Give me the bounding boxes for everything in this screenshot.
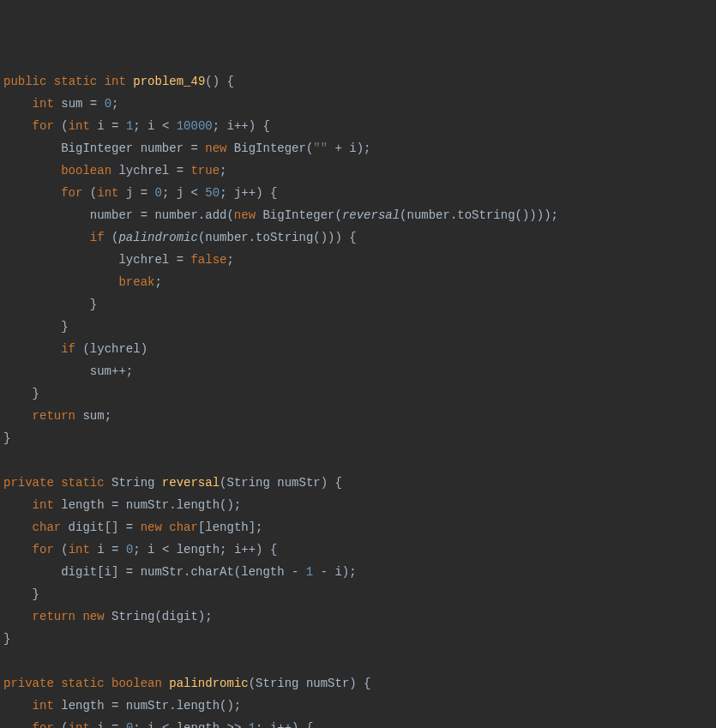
code-line[interactable]: for (int i = 0; i < length; i++) { (3, 538, 716, 561)
token-p: } (3, 320, 69, 334)
code-line[interactable]: private static String reversal(String nu… (3, 472, 716, 494)
code-line[interactable]: BigInteger number = new BigInteger("" + … (3, 137, 716, 159)
code-line[interactable]: public static int problem_49() { (3, 70, 716, 93)
token-num: 1 (249, 721, 256, 728)
code-line[interactable]: } (3, 427, 716, 449)
token-k: if (61, 342, 75, 356)
token-p: BigInteger number = (3, 141, 205, 155)
token-p (3, 119, 33, 133)
token-k: private (3, 677, 54, 690)
token-p (54, 677, 61, 690)
token-p: } (3, 587, 39, 601)
code-line[interactable]: } (3, 628, 716, 650)
token-p: (number.toString()))); (400, 208, 558, 222)
token-p: digit[] = (61, 520, 140, 534)
token-p (3, 498, 33, 512)
token-p (162, 677, 169, 690)
token-k: new (205, 141, 226, 155)
token-p: sum = (54, 97, 105, 111)
code-line[interactable]: private static boolean palindromic(Strin… (3, 672, 716, 695)
token-p: ( (54, 119, 69, 133)
code-line[interactable]: return new String(digit); (3, 605, 716, 628)
code-line[interactable]: return sum; (3, 405, 716, 427)
code-line[interactable]: int length = numStr.length(); (3, 494, 716, 516)
code-line[interactable]: for (int i = 0; i < length >> 1; i++) { (3, 717, 716, 728)
token-p: ; (226, 253, 233, 267)
token-ty: int (69, 119, 90, 133)
token-k: static (61, 677, 104, 690)
token-num: 10000 (177, 119, 213, 133)
code-line[interactable]: int length = numStr.length(); (3, 695, 716, 717)
token-p (3, 721, 33, 728)
token-p: i = (90, 721, 126, 728)
token-p (3, 231, 90, 244)
code-line[interactable]: } (3, 382, 716, 405)
code-line[interactable] (3, 650, 716, 672)
token-p (3, 97, 33, 111)
token-p (46, 75, 53, 88)
token-p (3, 610, 33, 623)
token-p (3, 520, 33, 534)
code-line[interactable]: if (palindromic(number.toString())) { (3, 226, 716, 249)
code-line[interactable]: int sum = 0; (3, 93, 716, 115)
code-line[interactable]: } (3, 583, 716, 605)
code-line[interactable]: char digit[] = new char[length]; (3, 516, 716, 538)
token-p: length = numStr.length(); (54, 699, 241, 713)
token-k: private (3, 476, 54, 490)
token-k: true (190, 164, 220, 177)
token-p: String (105, 476, 162, 490)
token-p (97, 75, 104, 88)
code-line[interactable] (3, 449, 716, 472)
token-p: i = (90, 119, 126, 133)
token-ty: int (33, 498, 54, 512)
token-p: ; i < length >> (133, 721, 248, 728)
code-line[interactable]: for (int i = 1; i < 10000; i++) { (3, 115, 716, 137)
token-ty: int (69, 721, 90, 728)
code-line[interactable]: for (int j = 0; j < 50; j++) { (3, 182, 716, 204)
token-p: j = (118, 186, 154, 200)
token-num: 1 (306, 565, 313, 579)
token-ty: char (169, 520, 198, 534)
token-p: lychrel = (3, 253, 190, 267)
token-p: ; j++) { (220, 186, 277, 200)
code-line[interactable]: number = number.add(new BigInteger(rever… (3, 204, 716, 226)
code-line[interactable]: } (3, 316, 716, 338)
token-k: static (61, 476, 104, 490)
token-ty: int (69, 543, 90, 557)
token-p: ; i++) { (213, 119, 270, 133)
token-fn: reversal (162, 476, 220, 490)
token-p: { (220, 75, 234, 88)
token-p: ( (54, 721, 69, 728)
token-ty: int (33, 97, 54, 111)
token-k: new (141, 520, 162, 534)
code-line[interactable]: if (lychrel) (3, 338, 716, 360)
code-editor[interactable]: public static int problem_49() { int sum… (3, 70, 716, 728)
token-p (3, 543, 33, 557)
token-p: } (3, 431, 10, 445)
token-p: i = (90, 543, 126, 557)
token-k: new (234, 208, 256, 222)
token-p: number = number.add( (3, 208, 234, 222)
token-it: palindromic (118, 231, 197, 244)
code-line[interactable]: break; (3, 271, 716, 293)
token-p: - i); (313, 565, 356, 579)
token-p: lychrel = (111, 164, 190, 177)
token-p: ; i < length; i++) { (133, 543, 277, 557)
token-p: (String numStr) { (220, 476, 342, 490)
code-line[interactable]: } (3, 293, 716, 316)
token-k: break (118, 275, 154, 289)
token-p: } (3, 298, 97, 311)
token-num: 50 (205, 186, 220, 200)
code-line[interactable]: boolean lychrel = true; (3, 159, 716, 182)
token-k: public (3, 75, 46, 88)
token-p: ; (220, 164, 226, 177)
code-line[interactable]: lychrel = false; (3, 249, 716, 271)
token-p: length = numStr.length(); (54, 498, 241, 512)
token-p (105, 677, 111, 690)
token-p: ( (82, 186, 97, 200)
token-p: String(digit); (105, 610, 213, 623)
code-line[interactable]: sum++; (3, 360, 716, 382)
token-p: ; i < (133, 119, 176, 133)
token-p: sum++; (3, 364, 133, 378)
code-line[interactable]: digit[i] = numStr.charAt(length - 1 - i)… (3, 561, 716, 583)
